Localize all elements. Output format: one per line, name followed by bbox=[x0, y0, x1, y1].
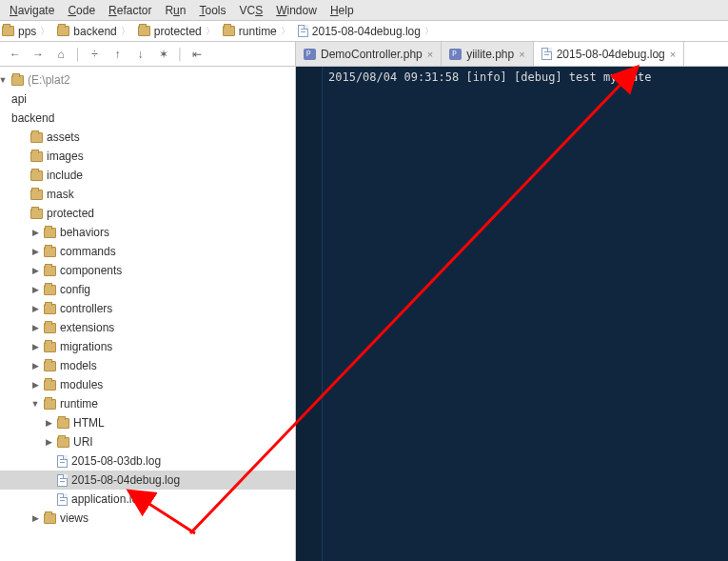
tree-label: config bbox=[60, 283, 90, 296]
tree-toggle-icon[interactable]: ▶ bbox=[44, 437, 53, 447]
tree-folder[interactable]: ▶config bbox=[0, 280, 295, 299]
toolbar-collapse-button[interactable]: ⇤ bbox=[187, 45, 207, 64]
project-toolbar: ←→⌂│÷↑↓✶│⇤ bbox=[0, 42, 296, 66]
menu-help[interactable]: Help bbox=[330, 4, 354, 17]
folder-icon bbox=[2, 26, 14, 36]
tree-label: include bbox=[47, 169, 83, 182]
file-icon bbox=[57, 493, 68, 506]
file-icon bbox=[298, 25, 308, 37]
breadcrumb-item[interactable]: pps〉 bbox=[0, 25, 53, 38]
tree-folder[interactable]: ▶modules bbox=[0, 375, 295, 394]
tree-folder[interactable]: ▶models bbox=[0, 356, 295, 375]
tree-folder[interactable]: ▼(E:\plat2 bbox=[0, 70, 295, 90]
folder-icon bbox=[44, 361, 56, 371]
tree-folder[interactable]: ▼runtime bbox=[0, 394, 295, 413]
tree-folder[interactable]: ▶views bbox=[0, 509, 295, 528]
close-icon[interactable]: × bbox=[670, 49, 676, 60]
menu-refactor[interactable]: Refactor bbox=[108, 4, 151, 17]
menu-code[interactable]: Code bbox=[68, 4, 95, 17]
tree-folder[interactable]: protected bbox=[0, 204, 295, 223]
menu-window[interactable]: Window bbox=[276, 4, 317, 17]
tree-file[interactable]: application.log bbox=[0, 490, 295, 509]
toolbar-up-button[interactable]: ↑ bbox=[108, 45, 128, 64]
toolbar: ←→⌂│÷↑↓✶│⇤ DemoController.php×yiilite.ph… bbox=[0, 42, 728, 67]
breadcrumb-item[interactable]: protected〉 bbox=[134, 25, 219, 38]
tree-label: (E:\plat2 bbox=[28, 73, 70, 87]
tree-label: runtime bbox=[60, 397, 98, 411]
tree-folder[interactable]: mask bbox=[0, 185, 295, 204]
toolbar-down-button[interactable]: ↓ bbox=[131, 45, 150, 64]
tree-toggle-icon[interactable]: ▶ bbox=[30, 228, 40, 237]
menu-vcs[interactable]: VCS bbox=[240, 4, 264, 17]
toolbar-fwd-button[interactable]: → bbox=[29, 45, 48, 64]
editor-tab[interactable]: DemoController.php× bbox=[296, 42, 442, 66]
tree-toggle-icon[interactable]: ▶ bbox=[30, 285, 40, 294]
tab-label: yiilite.php bbox=[466, 48, 514, 61]
tree-toggle-icon[interactable]: ▶ bbox=[30, 247, 40, 256]
php-file-icon bbox=[304, 49, 316, 60]
tree-folder[interactable]: api bbox=[0, 90, 295, 109]
tree-folder[interactable]: images bbox=[0, 147, 295, 166]
tree-toggle-icon[interactable]: ▼ bbox=[30, 399, 40, 409]
toolbar-slash-button[interactable]: ÷ bbox=[86, 45, 105, 64]
tree-folder[interactable]: ▶HTML bbox=[0, 413, 295, 432]
tree-toggle-icon[interactable]: ▶ bbox=[30, 513, 40, 523]
tree-folder[interactable]: ▶components bbox=[0, 261, 295, 280]
breadcrumb-label: protected bbox=[154, 25, 202, 38]
tree-folder[interactable]: ▶migrations bbox=[0, 337, 295, 356]
tree-label: components bbox=[60, 264, 122, 277]
folder-icon bbox=[44, 380, 56, 391]
chevron-right-icon: 〉 bbox=[281, 25, 290, 38]
tree-label: api bbox=[11, 92, 27, 106]
toolbar-back-button[interactable]: ← bbox=[6, 45, 25, 64]
breadcrumb-item[interactable]: 2015-08-04debug.log〉 bbox=[294, 25, 438, 38]
folder-icon bbox=[30, 132, 43, 143]
tree-label: HTML bbox=[73, 416, 105, 430]
toolbar-gear-button[interactable]: ✶ bbox=[154, 45, 173, 64]
tree-label: views bbox=[60, 511, 89, 525]
breadcrumb-label: 2015-08-04debug.log bbox=[312, 25, 421, 38]
menu-navigate[interactable]: NNavigateavigate bbox=[10, 4, 54, 17]
tree-file[interactable]: 2015-08-03db.log bbox=[0, 451, 295, 471]
editor-tab[interactable]: 2015-08-04debug.log× bbox=[534, 42, 685, 66]
tree-folder[interactable]: assets bbox=[0, 128, 295, 147]
tree-folder[interactable]: backend bbox=[0, 109, 295, 128]
tree-toggle-icon[interactable]: ▶ bbox=[30, 323, 40, 332]
tree-folder[interactable]: ▶commands bbox=[0, 242, 295, 261]
file-icon bbox=[57, 455, 68, 468]
tree-toggle-icon[interactable]: ▶ bbox=[30, 380, 40, 390]
close-icon[interactable]: × bbox=[519, 49, 524, 60]
toolbar-home-button[interactable]: ⌂ bbox=[51, 45, 70, 64]
tree-folder[interactable]: ▶extensions bbox=[0, 318, 295, 337]
tree-folder[interactable]: ▶URI bbox=[0, 432, 295, 451]
tree-label: extensions bbox=[60, 321, 114, 334]
folder-icon bbox=[44, 399, 56, 410]
editor-area[interactable]: 2015/08/04 09:31:58 [info] [debug] test … bbox=[296, 67, 728, 561]
folder-icon bbox=[30, 209, 43, 219]
tree-file[interactable]: 2015-08-04debug.log bbox=[0, 471, 295, 490]
tree-toggle-icon[interactable]: ▶ bbox=[30, 342, 40, 351]
breadcrumb-label: backend bbox=[73, 25, 116, 38]
breadcrumb-item[interactable]: backend〉 bbox=[53, 25, 133, 38]
text-file-icon bbox=[541, 48, 552, 60]
tree-toggle-icon[interactable]: ▶ bbox=[30, 304, 40, 313]
tree-toggle-icon[interactable]: ▶ bbox=[30, 266, 40, 275]
tree-folder[interactable]: include bbox=[0, 166, 295, 185]
chevron-right-icon: 〉 bbox=[40, 25, 49, 38]
menu-tools[interactable]: Tools bbox=[199, 4, 226, 17]
project-tree-panel[interactable]: ▼(E:\plat2apibackendassetsimagesincludem… bbox=[0, 67, 296, 561]
folder-icon bbox=[44, 228, 56, 238]
folder-icon bbox=[44, 266, 56, 276]
breadcrumb-item[interactable]: runtime〉 bbox=[219, 25, 294, 38]
menu-run[interactable]: Run bbox=[165, 4, 186, 17]
tree-folder[interactable]: ▶controllers bbox=[0, 299, 295, 318]
tree-folder[interactable]: ▶behaviors bbox=[0, 223, 295, 242]
editor-content[interactable]: 2015/08/04 09:31:58 [info] [debug] test … bbox=[323, 67, 728, 561]
folder-icon bbox=[57, 418, 69, 429]
editor-tab[interactable]: yiilite.php× bbox=[442, 42, 533, 66]
tree-toggle-icon[interactable]: ▼ bbox=[0, 75, 8, 85]
folder-icon bbox=[30, 190, 43, 200]
tree-toggle-icon[interactable]: ▶ bbox=[30, 361, 40, 371]
tree-toggle-icon[interactable]: ▶ bbox=[44, 418, 53, 428]
close-icon[interactable]: × bbox=[427, 49, 433, 60]
